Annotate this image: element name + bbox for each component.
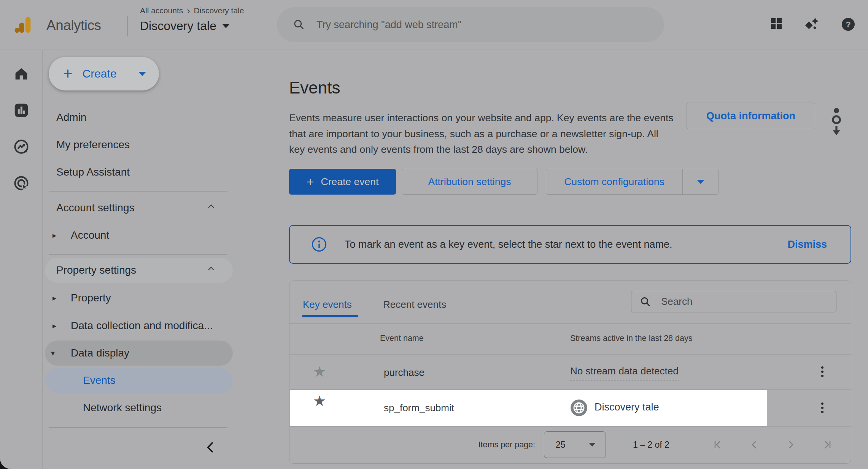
breadcrumb-chevron-icon: › [187,7,190,15]
highlighted-table-row[interactable]: ★ sp_form_submit Discovery tale [290,390,767,426]
table-search-input[interactable] [660,295,806,308]
chevron-up-icon[interactable] [208,204,215,209]
caret-down-icon [697,180,704,184]
global-search[interactable] [277,7,664,42]
collapse-sidebar-icon[interactable] [205,440,215,455]
items-per-page-label: Items per page: [479,440,535,450]
plus-icon: + [63,66,73,82]
explore-icon[interactable] [13,138,30,155]
info-banner: To mark an event as a key event, select … [289,225,851,264]
breadcrumb-current[interactable]: Discovery tale [194,6,244,15]
sidebar-section-account-settings[interactable]: Account settings [56,200,134,216]
collapse-triangle-icon[interactable]: ▾ [51,345,61,361]
sidebar-section-property-settings[interactable]: Property settings [56,262,136,279]
row-menu-kebab-icon[interactable] [821,402,823,413]
stream-status-cell[interactable]: No stream data detected [570,365,679,380]
table-search[interactable] [631,291,836,312]
event-name-cell: purchase [384,367,424,379]
property-selector[interactable]: Discovery tale [140,19,229,33]
items-per-page-select[interactable]: 25 [544,431,606,458]
quota-information-label: Quota information [706,110,795,122]
sidebar-item-network-settings[interactable]: Network settings [83,399,162,416]
chevron-up-icon[interactable] [208,266,215,271]
search-icon [293,19,305,31]
previous-page-icon[interactable] [749,439,760,450]
tab-key-events[interactable]: Key events [303,299,352,311]
sidebar-item-setup-assistant[interactable]: Setup Assistant [56,164,130,181]
sidebar-item-admin[interactable]: Admin [56,109,86,126]
sidebar-item-data-collection[interactable]: Data collection and modifica... [71,317,213,334]
create-event-label: Create event [321,176,379,188]
active-tab-underline [302,315,358,317]
banner-dismiss-button[interactable]: Dismiss [787,239,827,250]
page-title: Events [289,78,340,97]
web-stream-globe-icon [570,399,588,417]
sidebar-item-my-preferences[interactable]: My preferences [56,136,130,153]
star-toggle-icon-active[interactable]: ★ [313,394,326,408]
help-icon[interactable]: ? [841,17,855,31]
breadcrumb[interactable]: All accounts › Discovery tale [140,6,244,15]
scroll-indicator-icon [828,107,844,136]
breadcrumb-root[interactable]: All accounts [140,6,183,15]
expand-triangle-icon[interactable]: ▸ [52,290,62,306]
sidebar-item-account[interactable]: Account [71,227,109,244]
admin-sidebar: + Create Admin My preferences Setup Assi… [43,50,233,469]
app-header: Analytics All accounts › Discovery tale … [0,0,868,49]
row-menu-kebab-icon[interactable] [821,366,823,377]
create-button-label: Create [83,67,117,80]
caret-down-icon [138,72,146,76]
expand-triangle-icon[interactable]: ▸ [52,227,62,244]
custom-configurations-menu-arrow[interactable] [683,180,719,184]
sidebar-item-property[interactable]: Property [71,290,111,306]
sidebar-divider [49,427,227,428]
events-table-card: Key events Recent events Event name Stre… [289,280,851,464]
sidebar-item-events-selected[interactable]: Events [83,372,116,389]
next-page-icon[interactable] [785,439,796,450]
home-icon[interactable] [13,65,30,82]
column-header-streams: Streams active in the last 28 days [570,334,692,343]
ga-admin-events-screen: Analytics All accounts › Discovery tale … [0,0,868,469]
expand-triangle-icon[interactable]: ▸ [52,317,62,334]
table-header-divider [289,323,851,324]
event-name-cell: sp_form_submit [384,402,454,414]
sidebar-item-data-display[interactable]: Data display [71,345,129,361]
analytics-logo-icon [13,14,33,35]
tab-recent-events[interactable]: Recent events [383,299,446,311]
attribution-settings-button[interactable]: Attribution settings [402,169,537,195]
property-selector-label: Discovery tale [140,19,216,33]
custom-configurations-button[interactable]: Custom configurations [546,169,719,195]
pagination-range: 1 – 2 of 2 [633,440,669,450]
global-search-input[interactable] [316,19,583,31]
first-page-icon[interactable] [712,439,723,450]
sidebar-divider [49,191,227,192]
caret-down-icon [589,443,596,447]
svg-text:?: ? [846,20,851,29]
gemini-sparkle-icon[interactable] [805,16,820,31]
apps-grid-icon[interactable] [770,17,782,30]
custom-configurations-label: Custom configurations [546,176,682,188]
last-page-icon[interactable] [822,439,833,450]
row-divider [289,426,851,427]
nav-rail [0,50,43,469]
sidebar-item-events-bg [45,368,233,393]
attribution-settings-label: Attribution settings [428,176,511,188]
banner-message: To mark an event as a key event, select … [345,239,787,250]
column-header-event-name: Event name [380,334,424,343]
create-button[interactable]: + Create [49,57,159,90]
row-divider [289,354,851,355]
app-title: Analytics [46,15,101,36]
header-divider [127,16,128,36]
page-description: Events measure user interactions on your… [289,110,675,158]
quota-information-button[interactable]: Quota information [687,103,815,129]
search-icon [640,296,651,307]
plus-icon: + [307,175,314,188]
star-toggle-icon[interactable]: ★ [313,364,326,379]
advertising-icon[interactable] [13,174,30,192]
create-event-button[interactable]: + Create event [289,169,396,195]
items-per-page-value: 25 [556,440,566,450]
info-icon [311,236,327,252]
reports-icon[interactable] [13,101,30,119]
caret-down-icon [223,24,229,28]
stream-name-cell: Discovery tale [595,401,659,413]
sidebar-divider [49,254,227,255]
